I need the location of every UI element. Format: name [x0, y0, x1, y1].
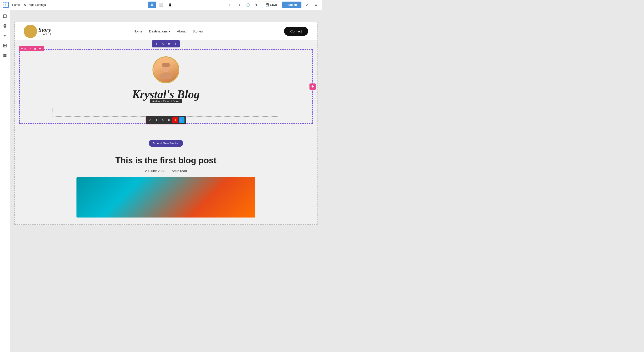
main-content: Story TRAVEL Home Destinations ▾ About S… [10, 20, 322, 229]
nav-destinations[interactable]: Destinations ▾ [149, 29, 170, 33]
svg-point-1 [4, 35, 5, 37]
col-delete-btn[interactable]: 🗑 [33, 47, 37, 51]
col-add-btn[interactable]: + [38, 47, 42, 51]
social-bar: Add New Element Below ⊙ ✛ ✎ 🗑 + 🐦 [52, 107, 279, 117]
sidebar-item-settings[interactable] [1, 32, 9, 40]
element-anchor-btn[interactable]: ⊙ [147, 117, 153, 123]
page-settings-icon: ⚙ [24, 3, 26, 7]
section-move-btn[interactable]: ✛ [154, 41, 159, 47]
element-add-btn[interactable]: + [172, 117, 178, 123]
element-toolbar: ⊙ ✛ ✎ 🗑 + 🐦 [146, 116, 186, 124]
page-settings-nav[interactable]: ⚙ Page Settings [24, 3, 46, 7]
logo-sub: TRAVEL [38, 33, 52, 35]
svg-rect-12 [162, 63, 170, 67]
add-section-icon: ↻ [153, 142, 155, 145]
svg-rect-0 [3, 15, 6, 18]
device-switcher: 🖥 ⬜ 📱 [148, 2, 174, 8]
contact-button[interactable]: Contact [284, 27, 308, 36]
redo-btn[interactable]: ↪ [235, 1, 242, 9]
nav-stories[interactable]: Stories [192, 29, 203, 33]
twitter-icon-btn[interactable]: 🐦 [179, 117, 184, 123]
site-logo: Story TRAVEL [24, 25, 52, 38]
col-indicator-icon: ✛ [21, 47, 23, 50]
blog-post-title: This is the first blog post [19, 156, 312, 165]
external-link-btn[interactable]: ↗ [303, 1, 310, 9]
menu-btn[interactable]: ≡ [312, 1, 319, 9]
blog-post-date: 20 June 2023 [145, 169, 165, 173]
svg-rect-4 [3, 46, 5, 47]
nav-about[interactable]: About [177, 29, 186, 33]
section-delete-btn[interactable]: 🗑 [166, 41, 172, 47]
blog-post-section: This is the first blog post 20 June 2023… [15, 149, 317, 224]
sidebar-item-layers[interactable] [1, 52, 9, 60]
left-sidebar [0, 10, 10, 229]
element-move-btn[interactable]: ✛ [154, 117, 160, 123]
mobile-view-btn[interactable]: 📱 [166, 2, 174, 8]
sidebar-item-pages[interactable] [1, 12, 9, 20]
element-delete-btn[interactable]: 🗑 [166, 117, 172, 123]
element-edit-btn[interactable]: ✎ [160, 117, 166, 123]
app-logo[interactable] [3, 2, 9, 8]
section-add-btn[interactable]: + [173, 41, 178, 47]
topbar: Home ⚙ Page Settings 🖥 ⬜ 📱 ↩ ↪ 🕒 👁 💾 Sav… [0, 0, 322, 10]
svg-point-11 [160, 73, 172, 79]
save-icon: 💾 [266, 3, 269, 7]
topbar-actions: ↩ ↪ 🕒 👁 💾 Save Publish ↗ ≡ [226, 1, 319, 9]
column-indicator: ✛ 1/1 ✎ 🗑 + [19, 46, 44, 51]
logo-circle [24, 25, 37, 38]
sidebar-item-components[interactable] [1, 42, 9, 50]
publish-button[interactable]: Publish [282, 2, 302, 8]
site-nav-links: Home Destinations ▾ About Stories [134, 29, 203, 33]
home-nav[interactable]: Home [12, 3, 20, 7]
svg-point-9 [26, 27, 35, 36]
svg-rect-3 [5, 44, 6, 46]
add-element-tooltip: Add New Element Below [150, 99, 182, 103]
desktop-view-btn[interactable]: 🖥 [148, 2, 156, 8]
dropdown-chevron-icon: ▾ [168, 29, 170, 33]
blog-post-read-time: 5min read [172, 169, 187, 173]
history-btn[interactable]: 🕒 [244, 1, 251, 9]
svg-rect-2 [3, 44, 5, 46]
hero-section: ✛ 1/1 ✎ 🗑 + + Krystal's Blog [19, 49, 312, 124]
section-toolbar: ✛ ✎ 🗑 + [152, 40, 180, 48]
nav-home[interactable]: Home [134, 29, 142, 33]
col-edit-btn[interactable]: ✎ [28, 47, 32, 51]
blog-post-meta: 20 June 2023 5min read [19, 169, 312, 173]
tablet-view-btn[interactable]: ⬜ [157, 2, 165, 8]
add-new-section-btn[interactable]: ↻ Add New Section [149, 140, 183, 147]
section-right-add-btn[interactable]: + [310, 84, 316, 90]
sidebar-item-design[interactable] [1, 22, 9, 30]
blog-post-image [76, 177, 255, 217]
page-preview: Story TRAVEL Home Destinations ▾ About S… [14, 22, 318, 225]
section-edit-btn[interactable]: ✎ [160, 41, 166, 47]
author-avatar [152, 56, 179, 83]
site-navbar: Story TRAVEL Home Destinations ▾ About S… [15, 22, 317, 40]
save-button[interactable]: 💾 Save [262, 2, 280, 8]
undo-btn[interactable]: ↩ [226, 1, 234, 9]
logo-script: Story [38, 27, 52, 33]
preview-btn[interactable]: 👁 [253, 1, 260, 9]
svg-rect-5 [5, 46, 6, 47]
